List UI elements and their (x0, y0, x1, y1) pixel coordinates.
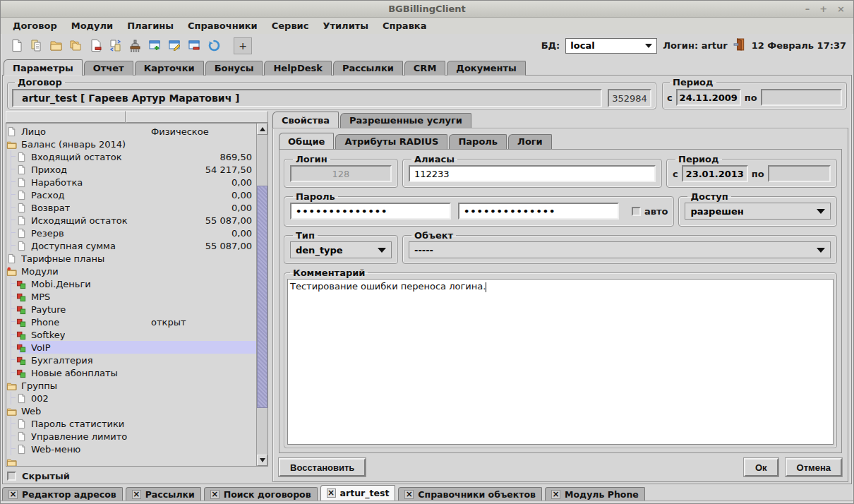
tree-item-voip[interactable]: VoIP (6, 341, 256, 354)
subtab-пароль[interactable]: Пароль (449, 134, 507, 149)
folders-icon[interactable] (67, 37, 84, 54)
tab-рассылки[interactable]: Рассылки (333, 61, 403, 76)
tree-item-приход[interactable]: Приход54 217,50 (6, 163, 256, 176)
tree-item-mobi-деньги[interactable]: Mobi.Деньги (6, 277, 256, 290)
tree-item-web[interactable]: Web (6, 404, 256, 417)
open-folder-icon[interactable] (47, 37, 64, 54)
menu-item-плагины[interactable]: Плагины (121, 19, 180, 32)
tree-item-возврат[interactable]: Возврат0,00 (6, 201, 256, 214)
subtab-атрибуты-radius[interactable]: Атрибуты RADIUS (335, 134, 447, 149)
tree-item-002[interactable]: 002 (6, 392, 256, 404)
ok-button[interactable]: Ок (744, 458, 778, 476)
stamp-icon[interactable] (126, 37, 143, 54)
scroll-up-button[interactable] (257, 124, 267, 135)
aliases-input[interactable]: 112233 (409, 165, 656, 182)
menu-item-модули[interactable]: Модули (65, 19, 119, 32)
tree-item-наработка[interactable]: Наработка0,00 (6, 176, 256, 188)
cancel-button[interactable]: Отмена (786, 458, 842, 476)
password-input-2[interactable]: •••••••••••••• (458, 203, 619, 220)
tab-параметры[interactable]: Параметры (4, 59, 83, 76)
tree-item-резерв[interactable]: Резерв0,00 (6, 227, 256, 239)
comment-textarea[interactable]: Тестирование ошибки переноса логина. (287, 279, 834, 445)
menu-item-справка[interactable]: Справка (376, 19, 433, 32)
tree-header-value-column[interactable] (126, 111, 268, 123)
menu-item-справочники[interactable]: Справочники (181, 19, 264, 32)
add-window-icon[interactable] (146, 37, 163, 54)
tab-разрешенные-услуги[interactable]: Разрешенные услуги (340, 113, 471, 128)
tree-item-softkey[interactable]: Softkey (6, 328, 256, 341)
tab-crm[interactable]: CRM (404, 61, 446, 76)
scroll-down-button[interactable] (257, 455, 267, 466)
tree-item-phone[interactable]: Phoneоткрыт (6, 316, 256, 328)
close-tab-icon[interactable]: × (327, 488, 336, 498)
tab-документы[interactable]: Документы (447, 61, 526, 76)
tree-item-новые-абонплаты[interactable]: Новые абонплаты (6, 366, 256, 379)
tree-scrollbar[interactable] (256, 124, 267, 466)
tree-item-бухгалтерия[interactable]: Бухгалтерия (6, 354, 256, 366)
transfer-document-icon[interactable] (107, 37, 124, 54)
object-select[interactable]: ----- (409, 241, 831, 258)
window-tab-справочники-объектов[interactable]: ×Справочники объектов (398, 487, 542, 500)
tab-карточки[interactable]: Карточки (135, 61, 204, 76)
tab-бонусы[interactable]: Бонусы (205, 61, 263, 76)
tree-item-управление-лимито[interactable]: Управление лимито (6, 430, 256, 443)
close-tab-icon[interactable]: × (551, 490, 560, 499)
tree-item-модули[interactable]: Модули (6, 265, 256, 277)
subtab-логи[interactable]: Логи (508, 134, 552, 149)
maximize-button[interactable]: + (819, 4, 827, 13)
period-from-field[interactable]: 23.01.2013 (682, 165, 748, 182)
password-input-1[interactable]: •••••••••••••• (290, 203, 451, 220)
tree-item-исходящий-остаток[interactable]: Исходящий остаток55 087,00 (6, 214, 256, 227)
menu-item-договор[interactable]: Договор (6, 19, 64, 32)
remove-window-icon[interactable] (186, 37, 203, 54)
tree-item-группы[interactable]: Группы (6, 379, 256, 392)
contract-title-field[interactable]: artur_test [ Гареев Артур Маратович ] (12, 89, 602, 107)
refresh-icon[interactable] (205, 37, 222, 54)
close-tab-icon[interactable]: × (210, 490, 219, 499)
window-tab-artur-test[interactable]: ×artur_test (320, 485, 396, 500)
remove-document-icon[interactable] (87, 37, 104, 54)
window-tab-редактор-адресов[interactable]: ×Редактор адресов (2, 487, 123, 500)
menu-item-сервис[interactable]: Сервис (265, 19, 315, 32)
tree-item-лицо[interactable]: ЛицоФизическое (6, 125, 256, 138)
tab-helpdesk[interactable]: HelpDesk (264, 61, 331, 76)
tree-item-пароль-статистики[interactable]: Пароль статистики (6, 417, 256, 430)
window-tab-поиск-договоров[interactable]: ×Поиск договоров (204, 487, 318, 500)
period-to-field[interactable] (768, 165, 831, 182)
tab-отчет[interactable]: Отчет (84, 61, 133, 76)
restore-button[interactable]: Восстановить (279, 458, 366, 476)
close-button[interactable]: × (837, 4, 845, 13)
db-select[interactable]: local (565, 38, 657, 54)
tree-item-тарифные-планы[interactable]: Тарифные планы (6, 252, 256, 265)
hidden-checkbox[interactable] (7, 472, 16, 481)
add-tab-button[interactable]: + (234, 37, 252, 54)
logout-door-icon[interactable] (733, 38, 746, 54)
tree-item-mps[interactable]: MPS (6, 290, 256, 303)
type-select[interactable]: den_type (290, 241, 392, 258)
minimize-button[interactable]: – (805, 4, 810, 13)
auto-password-checkbox[interactable] (632, 207, 641, 216)
tab-свойства[interactable]: Свойства (272, 112, 339, 128)
access-select[interactable]: разрешен (685, 203, 831, 220)
contract-period-from-field[interactable]: 24.11.2009 (676, 89, 741, 106)
tree-item-web-меню[interactable]: Web-меню (6, 443, 256, 455)
tree-header-name-column[interactable] (6, 111, 126, 123)
tree-item-расход[interactable]: Расход0,00 (6, 188, 256, 201)
copy-document-icon[interactable] (28, 37, 44, 54)
tree-item-баланс-январь-2014-[interactable]: Баланс (январь 2014) (6, 138, 256, 150)
tree-item-partial[interactable] (6, 455, 256, 466)
new-document-icon[interactable] (8, 37, 25, 54)
close-tab-icon[interactable]: × (132, 490, 141, 499)
window-tab-модуль-phone[interactable]: ×Модуль Phone (545, 487, 645, 500)
tree-item-входящий-остаток[interactable]: Входящий остаток869,50 (6, 150, 256, 163)
scrollbar-thumb[interactable] (257, 186, 267, 408)
tree-item-доступная-сумма[interactable]: Доступная сумма55 087,00 (6, 239, 256, 252)
menu-item-утилиты[interactable]: Утилиты (316, 19, 375, 32)
close-tab-icon[interactable]: × (404, 490, 414, 499)
contract-period-to-field[interactable] (761, 89, 842, 106)
edit-window-icon[interactable] (166, 37, 183, 54)
tree-item-payture[interactable]: Payture (6, 303, 256, 316)
window-tab-рассылки[interactable]: ×Рассылки (126, 487, 201, 500)
subtab-общие[interactable]: Общие (279, 133, 334, 149)
close-tab-icon[interactable]: × (8, 490, 18, 499)
